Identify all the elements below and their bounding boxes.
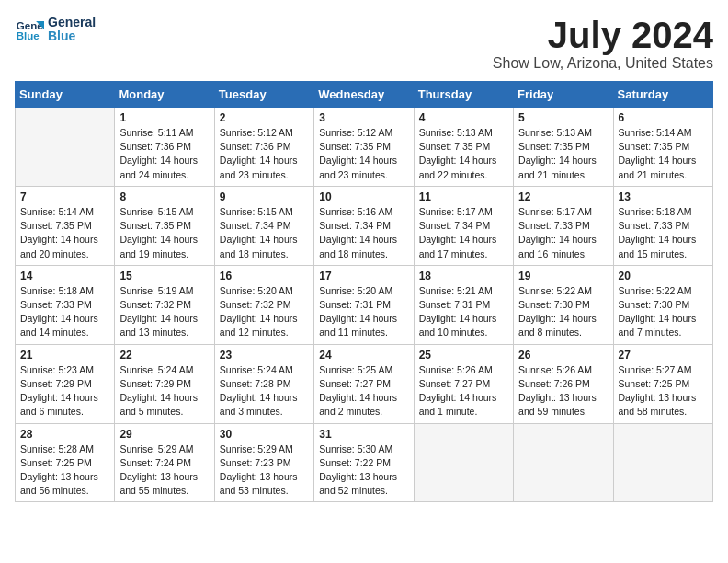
day-info: Sunrise: 5:23 AMSunset: 7:29 PMDaylight:… bbox=[20, 363, 109, 419]
day-info: Sunrise: 5:22 AMSunset: 7:30 PMDaylight:… bbox=[518, 284, 608, 340]
col-header-tuesday: Tuesday bbox=[214, 82, 313, 108]
calendar-cell bbox=[514, 423, 613, 502]
calendar-cell: 22Sunrise: 5:24 AMSunset: 7:29 PMDayligh… bbox=[115, 344, 214, 423]
calendar-header-row: SundayMondayTuesdayWednesdayThursdayFrid… bbox=[16, 82, 713, 108]
day-number: 25 bbox=[419, 349, 508, 362]
day-number: 4 bbox=[419, 111, 508, 124]
day-info: Sunrise: 5:13 AMSunset: 7:35 PMDaylight:… bbox=[419, 126, 508, 182]
day-number: 17 bbox=[319, 270, 408, 282]
day-number: 13 bbox=[619, 190, 708, 203]
day-info: Sunrise: 5:22 AMSunset: 7:30 PMDaylight:… bbox=[619, 284, 708, 340]
col-header-wednesday: Wednesday bbox=[314, 82, 414, 108]
day-number: 21 bbox=[20, 349, 109, 362]
title-area: July 2024 Show Low, Arizona, United Stat… bbox=[493, 15, 713, 72]
calendar-cell: 26Sunrise: 5:26 AMSunset: 7:26 PMDayligh… bbox=[514, 344, 613, 423]
header: General Blue General Blue July 2024 Show… bbox=[15, 15, 713, 72]
calendar-cell: 9Sunrise: 5:15 AMSunset: 7:34 PMDaylight… bbox=[214, 186, 313, 265]
calendar-cell: 23Sunrise: 5:24 AMSunset: 7:28 PMDayligh… bbox=[214, 344, 313, 423]
location: Show Low, Arizona, United States bbox=[493, 55, 713, 72]
day-number: 31 bbox=[319, 428, 408, 441]
day-info: Sunrise: 5:24 AMSunset: 7:29 PMDaylight:… bbox=[119, 363, 209, 419]
calendar-cell: 20Sunrise: 5:22 AMSunset: 7:30 PMDayligh… bbox=[613, 265, 712, 344]
week-row-2: 14Sunrise: 5:18 AMSunset: 7:33 PMDayligh… bbox=[16, 265, 713, 344]
day-number: 5 bbox=[518, 111, 608, 124]
calendar-cell: 1Sunrise: 5:11 AMSunset: 7:36 PMDaylight… bbox=[115, 108, 214, 187]
day-number: 27 bbox=[619, 349, 708, 362]
day-number: 20 bbox=[619, 270, 708, 282]
calendar-cell: 13Sunrise: 5:18 AMSunset: 7:33 PMDayligh… bbox=[613, 186, 712, 265]
day-number: 22 bbox=[119, 349, 209, 362]
calendar-cell: 3Sunrise: 5:12 AMSunset: 7:35 PMDaylight… bbox=[314, 108, 414, 187]
col-header-saturday: Saturday bbox=[613, 82, 712, 108]
day-info: Sunrise: 5:24 AMSunset: 7:28 PMDaylight:… bbox=[220, 363, 309, 419]
day-info: Sunrise: 5:25 AMSunset: 7:27 PMDaylight:… bbox=[319, 363, 408, 419]
calendar-cell: 30Sunrise: 5:29 AMSunset: 7:23 PMDayligh… bbox=[214, 423, 313, 502]
logo-general: General bbox=[48, 16, 96, 29]
day-info: Sunrise: 5:27 AMSunset: 7:25 PMDaylight:… bbox=[619, 363, 708, 419]
day-info: Sunrise: 5:16 AMSunset: 7:34 PMDaylight:… bbox=[319, 205, 408, 261]
calendar-cell: 25Sunrise: 5:26 AMSunset: 7:27 PMDayligh… bbox=[414, 344, 513, 423]
calendar-cell: 17Sunrise: 5:20 AMSunset: 7:31 PMDayligh… bbox=[314, 265, 414, 344]
day-info: Sunrise: 5:21 AMSunset: 7:31 PMDaylight:… bbox=[419, 284, 508, 340]
day-info: Sunrise: 5:15 AMSunset: 7:35 PMDaylight:… bbox=[119, 205, 209, 261]
day-number: 23 bbox=[220, 349, 309, 362]
day-number: 2 bbox=[220, 111, 309, 124]
day-number: 24 bbox=[319, 349, 408, 362]
week-row-3: 21Sunrise: 5:23 AMSunset: 7:29 PMDayligh… bbox=[16, 344, 713, 423]
calendar-cell: 16Sunrise: 5:20 AMSunset: 7:32 PMDayligh… bbox=[214, 265, 313, 344]
day-number: 11 bbox=[419, 190, 508, 203]
day-info: Sunrise: 5:19 AMSunset: 7:32 PMDaylight:… bbox=[119, 284, 209, 340]
calendar-cell: 11Sunrise: 5:17 AMSunset: 7:34 PMDayligh… bbox=[414, 186, 513, 265]
calendar-table: SundayMondayTuesdayWednesdayThursdayFrid… bbox=[15, 81, 713, 502]
calendar-cell: 18Sunrise: 5:21 AMSunset: 7:31 PMDayligh… bbox=[414, 265, 513, 344]
calendar-cell: 8Sunrise: 5:15 AMSunset: 7:35 PMDaylight… bbox=[115, 186, 214, 265]
day-info: Sunrise: 5:18 AMSunset: 7:33 PMDaylight:… bbox=[20, 284, 109, 340]
calendar-cell: 2Sunrise: 5:12 AMSunset: 7:36 PMDaylight… bbox=[214, 108, 313, 187]
calendar-cell: 24Sunrise: 5:25 AMSunset: 7:27 PMDayligh… bbox=[314, 344, 414, 423]
day-info: Sunrise: 5:15 AMSunset: 7:34 PMDaylight:… bbox=[220, 205, 309, 261]
calendar-cell bbox=[613, 423, 712, 502]
day-number: 26 bbox=[518, 349, 608, 362]
day-info: Sunrise: 5:26 AMSunset: 7:26 PMDaylight:… bbox=[518, 363, 608, 419]
day-info: Sunrise: 5:29 AMSunset: 7:24 PMDaylight:… bbox=[119, 442, 209, 499]
day-number: 3 bbox=[319, 111, 408, 124]
day-number: 8 bbox=[119, 190, 209, 203]
calendar-cell: 29Sunrise: 5:29 AMSunset: 7:24 PMDayligh… bbox=[115, 423, 214, 502]
calendar-cell: 27Sunrise: 5:27 AMSunset: 7:25 PMDayligh… bbox=[613, 344, 712, 423]
day-info: Sunrise: 5:13 AMSunset: 7:35 PMDaylight:… bbox=[518, 126, 608, 182]
day-info: Sunrise: 5:14 AMSunset: 7:35 PMDaylight:… bbox=[20, 205, 109, 261]
day-number: 1 bbox=[119, 111, 209, 124]
calendar-cell bbox=[414, 423, 513, 502]
day-number: 12 bbox=[518, 190, 608, 203]
col-header-sunday: Sunday bbox=[16, 82, 115, 108]
day-number: 30 bbox=[220, 428, 309, 441]
calendar-cell: 19Sunrise: 5:22 AMSunset: 7:30 PMDayligh… bbox=[514, 265, 613, 344]
day-info: Sunrise: 5:29 AMSunset: 7:23 PMDaylight:… bbox=[220, 442, 309, 499]
week-row-1: 7Sunrise: 5:14 AMSunset: 7:35 PMDaylight… bbox=[16, 186, 713, 265]
day-info: Sunrise: 5:28 AMSunset: 7:25 PMDaylight:… bbox=[20, 442, 109, 499]
calendar-cell: 7Sunrise: 5:14 AMSunset: 7:35 PMDaylight… bbox=[16, 186, 115, 265]
day-info: Sunrise: 5:12 AMSunset: 7:35 PMDaylight:… bbox=[319, 126, 408, 182]
calendar-cell: 5Sunrise: 5:13 AMSunset: 7:35 PMDaylight… bbox=[514, 108, 613, 187]
day-info: Sunrise: 5:17 AMSunset: 7:33 PMDaylight:… bbox=[518, 205, 608, 261]
day-number: 7 bbox=[20, 190, 109, 203]
calendar-cell: 10Sunrise: 5:16 AMSunset: 7:34 PMDayligh… bbox=[314, 186, 414, 265]
day-number: 16 bbox=[220, 270, 309, 282]
day-number: 19 bbox=[518, 270, 608, 282]
day-info: Sunrise: 5:26 AMSunset: 7:27 PMDaylight:… bbox=[419, 363, 508, 419]
calendar-cell bbox=[16, 108, 115, 187]
day-number: 28 bbox=[20, 428, 109, 441]
day-info: Sunrise: 5:11 AMSunset: 7:36 PMDaylight:… bbox=[119, 126, 209, 182]
day-number: 6 bbox=[619, 111, 708, 124]
logo-icon: General Blue bbox=[15, 15, 44, 44]
day-info: Sunrise: 5:30 AMSunset: 7:22 PMDaylight:… bbox=[319, 442, 408, 499]
svg-text:Blue: Blue bbox=[17, 30, 40, 41]
calendar-cell: 31Sunrise: 5:30 AMSunset: 7:22 PMDayligh… bbox=[314, 423, 414, 502]
week-row-0: 1Sunrise: 5:11 AMSunset: 7:36 PMDaylight… bbox=[16, 108, 713, 187]
col-header-friday: Friday bbox=[514, 82, 613, 108]
day-number: 10 bbox=[319, 190, 408, 203]
day-number: 14 bbox=[20, 270, 109, 282]
calendar-cell: 12Sunrise: 5:17 AMSunset: 7:33 PMDayligh… bbox=[514, 186, 613, 265]
day-number: 15 bbox=[119, 270, 209, 282]
col-header-thursday: Thursday bbox=[414, 82, 513, 108]
